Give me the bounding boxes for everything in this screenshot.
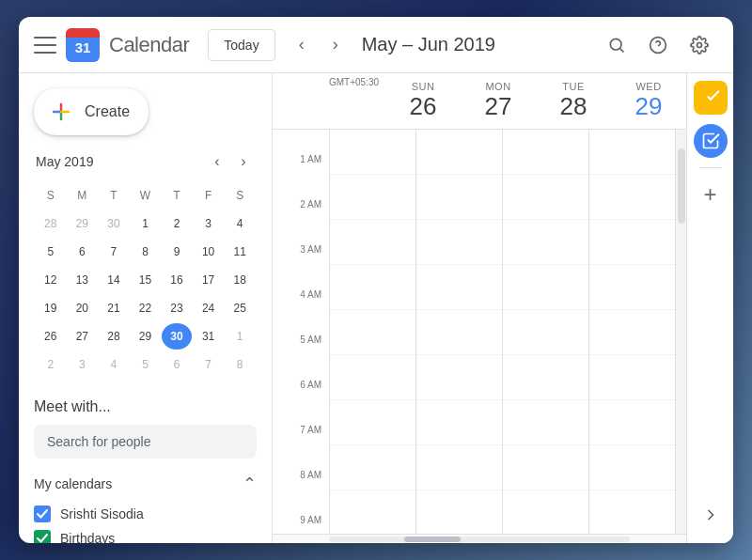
- hour-cell[interactable]: [416, 445, 502, 490]
- search-button[interactable]: [598, 26, 635, 64]
- hour-cell[interactable]: [330, 265, 415, 310]
- settings-button[interactable]: [681, 26, 718, 64]
- mini-cal-day[interactable]: 20: [68, 295, 98, 321]
- hour-cell[interactable]: [330, 220, 415, 265]
- day-column[interactable]: [588, 130, 675, 534]
- todo-panel-icon[interactable]: [694, 124, 728, 158]
- mini-cal-day[interactable]: 19: [36, 295, 66, 321]
- hour-cell[interactable]: [589, 490, 675, 534]
- hour-cell[interactable]: [503, 130, 588, 175]
- hour-cell[interactable]: [589, 175, 675, 220]
- mini-cal-day[interactable]: 26: [36, 323, 66, 350]
- mini-cal-day[interactable]: 29: [68, 210, 98, 237]
- day-column[interactable]: [329, 130, 415, 534]
- mini-cal-day[interactable]: 21: [99, 295, 129, 321]
- hour-cell[interactable]: [330, 445, 415, 490]
- my-calendars-header[interactable]: My calendars ⌃: [34, 474, 257, 494]
- mini-cal-day[interactable]: 1: [131, 210, 161, 237]
- mini-cal-day[interactable]: 4: [99, 351, 129, 378]
- mini-cal-day[interactable]: 3: [194, 210, 224, 237]
- hour-cell[interactable]: [416, 175, 502, 220]
- mini-cal-day[interactable]: 27: [68, 323, 98, 350]
- prev-arrow[interactable]: ‹: [287, 30, 317, 60]
- next-arrow[interactable]: ›: [321, 30, 351, 60]
- hour-cell[interactable]: [503, 265, 588, 310]
- mini-cal-day[interactable]: 9: [162, 239, 192, 265]
- mini-cal-day[interactable]: 7: [99, 239, 129, 265]
- mini-cal-day[interactable]: 2: [162, 210, 192, 237]
- hour-cell[interactable]: [503, 400, 588, 445]
- add-panel-button[interactable]: +: [694, 178, 728, 211]
- create-button[interactable]: Create: [34, 88, 149, 135]
- hour-cell[interactable]: [416, 220, 502, 265]
- hour-cell[interactable]: [589, 400, 675, 445]
- mini-cal-day[interactable]: 16: [162, 267, 192, 293]
- day-column[interactable]: [502, 130, 588, 534]
- mini-cal-day[interactable]: 1: [225, 323, 255, 350]
- mini-cal-day[interactable]: 29: [131, 323, 161, 350]
- hour-cell[interactable]: [416, 310, 502, 355]
- mini-cal-day[interactable]: 24: [194, 295, 224, 321]
- calendar-checkbox[interactable]: [34, 530, 51, 543]
- search-people-input[interactable]: [34, 425, 257, 459]
- mini-cal-day[interactable]: 5: [36, 239, 66, 265]
- mini-cal-day[interactable]: 28: [36, 210, 66, 237]
- hour-cell[interactable]: [589, 310, 675, 355]
- hour-cell[interactable]: [416, 130, 502, 175]
- hour-cell[interactable]: [503, 490, 588, 534]
- hour-cell[interactable]: [503, 355, 588, 400]
- hour-cell[interactable]: [330, 310, 415, 355]
- hour-cell[interactable]: [330, 355, 415, 400]
- mini-cal-day[interactable]: 11: [225, 239, 255, 265]
- hour-cell[interactable]: [503, 220, 588, 265]
- hour-cell[interactable]: [330, 400, 415, 445]
- hour-cell[interactable]: [589, 130, 675, 175]
- mini-cal-day[interactable]: 10: [194, 239, 224, 265]
- hour-cell[interactable]: [503, 310, 588, 355]
- week-scroll-area[interactable]: 1 AM2 AM3 AM4 AM5 AM6 AM7 AM8 AM9 AM: [273, 130, 686, 534]
- today-button[interactable]: Today: [208, 29, 274, 61]
- mini-cal-day[interactable]: 28: [99, 323, 129, 350]
- mini-cal-day[interactable]: 13: [68, 267, 98, 293]
- mini-cal-day[interactable]: 12: [36, 267, 66, 293]
- hour-cell[interactable]: [330, 175, 415, 220]
- mini-cal-day[interactable]: 6: [162, 351, 192, 378]
- hour-cell[interactable]: [503, 445, 588, 490]
- mini-cal-day[interactable]: 30: [162, 323, 192, 350]
- calendar-item[interactable]: Srishti Sisodia: [34, 502, 257, 526]
- mini-cal-day[interactable]: 31: [194, 323, 224, 350]
- hour-cell[interactable]: [589, 265, 675, 310]
- mini-cal-day[interactable]: 8: [131, 239, 161, 265]
- mini-cal-day[interactable]: 15: [131, 267, 161, 293]
- hour-cell[interactable]: [330, 490, 415, 534]
- hour-cell[interactable]: [503, 175, 588, 220]
- hour-cell[interactable]: [416, 265, 502, 310]
- hour-cell[interactable]: [589, 445, 675, 490]
- mini-cal-day[interactable]: 5: [131, 351, 161, 378]
- hour-cell[interactable]: [330, 130, 415, 175]
- expand-icon[interactable]: [701, 506, 720, 536]
- tasks-panel-icon[interactable]: [694, 81, 728, 115]
- menu-icon[interactable]: [34, 37, 56, 54]
- mini-cal-day[interactable]: 8: [225, 351, 255, 378]
- mini-cal-next[interactable]: ›: [232, 150, 255, 173]
- mini-cal-day[interactable]: 4: [225, 210, 255, 237]
- mini-cal-day[interactable]: 23: [162, 295, 192, 321]
- hour-cell[interactable]: [589, 220, 675, 265]
- mini-cal-day[interactable]: 6: [68, 239, 98, 265]
- scrollbar[interactable]: [675, 130, 686, 534]
- help-button[interactable]: [639, 26, 677, 64]
- mini-cal-day[interactable]: 17: [194, 267, 224, 293]
- hour-cell[interactable]: [589, 355, 675, 400]
- hour-cell[interactable]: [416, 355, 502, 400]
- calendar-item[interactable]: Birthdays: [34, 526, 257, 543]
- mini-cal-day[interactable]: 3: [68, 351, 98, 378]
- day-column[interactable]: [415, 130, 502, 534]
- mini-cal-day[interactable]: 18: [225, 267, 255, 293]
- hour-cell[interactable]: [416, 400, 502, 445]
- mini-cal-day[interactable]: 7: [194, 351, 224, 378]
- mini-cal-day[interactable]: 22: [131, 295, 161, 321]
- mini-cal-day[interactable]: 25: [225, 295, 255, 321]
- mini-cal-day[interactable]: 2: [36, 351, 66, 378]
- mini-cal-day[interactable]: 30: [99, 210, 129, 237]
